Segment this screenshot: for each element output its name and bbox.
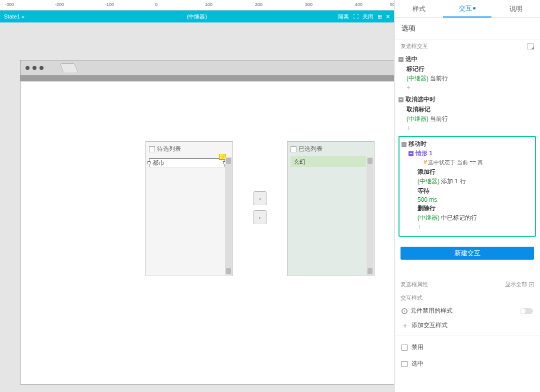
plus-icon: + xyxy=(529,282,534,287)
checkbox-icon[interactable] xyxy=(402,345,408,351)
event-move-active[interactable]: – 移动时 – 情形 1 If 选中状态于 当前 == 真 添加行 (中继器) … xyxy=(398,136,536,237)
available-list-title: 待选列表 xyxy=(157,145,181,153)
window-dot-icon xyxy=(26,66,30,70)
selected-checkbox-row[interactable]: 选中 xyxy=(394,356,540,372)
collapse-icon[interactable]: – xyxy=(402,142,406,147)
tab-style[interactable]: 样式 xyxy=(394,0,443,17)
toggle-switch[interactable] xyxy=(520,308,533,314)
browser-tab xyxy=(60,63,78,72)
inspector-panel: 样式 交互 说明 选项 复选框交互 – 选中 标记行 (中继器) 当前行 + xyxy=(394,0,540,392)
resize-handle-left[interactable] xyxy=(148,161,150,164)
add-interaction-style-button[interactable]: +添加交互样式 xyxy=(394,318,540,333)
disabled-style-row[interactable]: 元件禁用的样式 xyxy=(394,304,540,318)
move-left-button[interactable]: ‹ xyxy=(253,210,267,224)
add-action-button[interactable]: + xyxy=(406,124,537,134)
create-link-icon[interactable] xyxy=(527,43,534,49)
group-checkbox-interactions: 复选框交互 xyxy=(400,42,428,50)
checkbox-icon[interactable] xyxy=(290,146,296,152)
window-dot-icon xyxy=(40,66,44,70)
plus-icon: + xyxy=(402,322,408,330)
dot-icon xyxy=(473,7,476,9)
design-canvas[interactable]: 待选列表 都市 ⚡ xyxy=(0,22,394,392)
show-all-button[interactable]: 显示全部 + xyxy=(505,281,534,288)
ruler-horizontal: -300 -200 -100 0 100 200 300 400 500 xyxy=(0,0,394,10)
add-action-button[interactable]: + xyxy=(418,223,533,233)
close-edit-icon[interactable]: ⊞ xyxy=(378,13,382,20)
checkbox-icon[interactable] xyxy=(149,146,155,152)
collapse-icon[interactable]: – xyxy=(398,57,404,62)
address-bar xyxy=(20,75,394,81)
close-edit-button[interactable]: 关闭 xyxy=(362,13,374,20)
repeater-row[interactable]: 玄幻 xyxy=(290,156,366,167)
checkbox-icon[interactable] xyxy=(402,361,408,367)
close-icon[interactable]: × xyxy=(386,12,390,20)
disabled-checkbox-row[interactable]: 禁用 xyxy=(394,339,540,356)
scrollbar[interactable] xyxy=(225,157,232,275)
breadcrumb: State1 » (中继器) 隔离 ⛶ 关闭 ⊞ × xyxy=(0,10,394,22)
add-action-button[interactable]: + xyxy=(406,83,537,93)
group-checkbox-properties: 复选框属性 xyxy=(400,281,428,288)
selected-list-panel[interactable]: 已选列表 玄幻 xyxy=(287,141,374,276)
options-title: 选项 xyxy=(394,18,540,39)
tab-interactions[interactable]: 交互 xyxy=(443,0,492,17)
event-unselected[interactable]: – 取消选中时 xyxy=(398,94,537,105)
scrollbar[interactable] xyxy=(366,157,374,275)
breadcrumb-widget: (中继器) xyxy=(187,13,207,20)
event-selected[interactable]: – 选中 xyxy=(398,54,537,64)
available-list-panel[interactable]: 待选列表 都市 ⚡ xyxy=(146,141,233,276)
window-dot-icon xyxy=(32,66,36,70)
new-interaction-button[interactable]: 新建交互 xyxy=(400,247,534,260)
case-header[interactable]: – 情形 1 xyxy=(408,149,533,158)
isolate-icon[interactable]: ⛶ xyxy=(353,13,358,19)
repeater-row-selected[interactable]: 都市 ⚡ xyxy=(149,158,224,167)
target-icon xyxy=(402,308,408,314)
selected-list-title: 已选列表 xyxy=(298,145,322,153)
browser-frame: 待选列表 都市 ⚡ xyxy=(20,60,394,385)
isolate-button[interactable]: 隔离 xyxy=(338,13,349,20)
collapse-icon[interactable]: – xyxy=(408,151,414,156)
tab-notes[interactable]: 说明 xyxy=(492,0,540,17)
collapse-icon[interactable]: – xyxy=(398,97,404,102)
breadcrumb-state[interactable]: State1 » xyxy=(4,13,24,19)
move-right-button[interactable]: › xyxy=(253,191,267,205)
interaction-styles-label: 交互样式 xyxy=(394,292,540,304)
